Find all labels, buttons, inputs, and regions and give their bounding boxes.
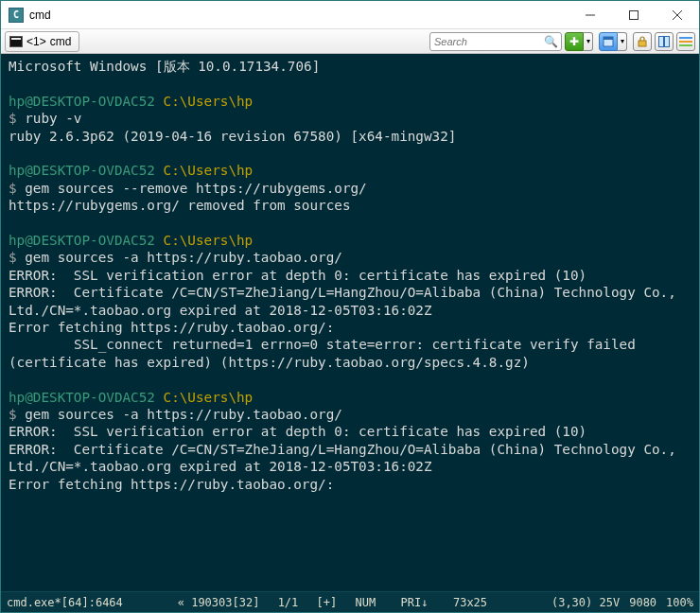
terminal-line: ERROR: SSL verification error at depth 0… <box>9 267 691 284</box>
terminal-line: ERROR: Certificate /C=CN/ST=ZheJiang/L=H… <box>9 441 691 476</box>
terminal-block: hp@DESKTOP-OVDAC52 C:\Users\hp$ gem sour… <box>9 389 691 493</box>
new-console-dropdown[interactable]: ▾ <box>584 32 593 51</box>
new-console-button[interactable]: ✚ <box>565 32 584 51</box>
search-icon[interactable]: 🔍 <box>544 35 557 48</box>
maximize-button[interactable] <box>612 1 656 29</box>
terminal-line: Error fetching https://ruby.taobao.org/: <box>9 476 691 493</box>
svg-rect-6 <box>639 41 646 46</box>
terminal-line: SSL_connect returned=1 errno=0 state=err… <box>9 336 691 371</box>
status-buffer: « 190303[32] <box>178 596 260 609</box>
terminal-block: Microsoft Windows [版本 10.0.17134.706] <box>9 58 691 75</box>
terminal-line: hp@DESKTOP-OVDAC52 C:\Users\hp <box>9 389 691 406</box>
close-button[interactable] <box>656 1 699 29</box>
status-zoom: 100% <box>666 596 693 609</box>
console-tab[interactable]: <1> cmd <box>5 31 79 52</box>
terminal-block: hp@DESKTOP-OVDAC52 C:\Users\hp$ gem sour… <box>9 162 691 214</box>
window: cmd <1> cmd 🔍 ✚ ▾ ▾ <box>0 0 700 613</box>
status-page: 1/1 <box>271 596 305 609</box>
terminal-line: $ gem sources -a https://ruby.taobao.org… <box>9 406 691 423</box>
status-cursor: (3,30) 25V <box>551 596 620 609</box>
tab-index: <1> <box>26 35 46 48</box>
search-input[interactable] <box>434 36 544 47</box>
toolbar: <1> cmd 🔍 ✚ ▾ ▾ <box>1 29 699 54</box>
statusbar: cmd.exe*[64]:6464 « 190303[32] 1/1 [+] N… <box>1 591 699 612</box>
window-mode-button[interactable] <box>599 32 618 51</box>
svg-rect-1 <box>630 10 639 19</box>
window-title: cmd <box>29 9 569 22</box>
svg-rect-5 <box>604 37 613 40</box>
status-numlock: NUM <box>348 596 382 609</box>
lock-button[interactable] <box>633 32 652 51</box>
app-icon <box>9 8 24 23</box>
terminal-line: ruby 2.6.3p62 (2019-04-16 revision 67580… <box>9 128 691 145</box>
terminal-line: $ ruby -v <box>9 110 691 127</box>
terminal-line: hp@DESKTOP-OVDAC52 C:\Users\hp <box>9 162 691 179</box>
status-modified: [+] <box>317 596 338 609</box>
terminal-block: hp@DESKTOP-OVDAC52 C:\Users\hp$ ruby -vr… <box>9 93 691 145</box>
tile-button[interactable] <box>655 32 674 51</box>
terminal-output[interactable]: Microsoft Windows [版本 10.0.17134.706]hp@… <box>1 54 699 591</box>
console-icon <box>9 36 23 47</box>
status-size: 73x25 <box>446 596 487 609</box>
terminal-line: ERROR: SSL verification error at depth 0… <box>9 423 691 440</box>
terminal-line: hp@DESKTOP-OVDAC52 C:\Users\hp <box>9 93 691 110</box>
terminal-line: Microsoft Windows [版本 10.0.17134.706] <box>9 58 691 75</box>
tab-label: cmd <box>50 35 72 48</box>
titlebar: cmd <box>1 1 699 29</box>
minimize-button[interactable] <box>569 1 612 29</box>
terminal-line: https://rubygems.org/ removed from sourc… <box>9 197 691 214</box>
terminal-line: $ gem sources --remove https://rubygems.… <box>9 180 691 197</box>
terminal-line: Error fetching https://ruby.taobao.org/: <box>9 319 691 336</box>
svg-rect-7 <box>659 36 664 46</box>
terminal-line: hp@DESKTOP-OVDAC52 C:\Users\hp <box>9 232 691 249</box>
menu-button[interactable] <box>676 32 695 51</box>
terminal-line: $ gem sources -a https://ruby.taobao.org… <box>9 249 691 266</box>
window-mode-dropdown[interactable]: ▾ <box>618 32 627 51</box>
search-box[interactable]: 🔍 <box>429 32 562 51</box>
status-process: cmd.exe*[64]:6464 <box>7 596 123 609</box>
status-priority: PRI↓ <box>394 596 434 609</box>
status-pid2: 9080 <box>629 596 656 609</box>
terminal-block: hp@DESKTOP-OVDAC52 C:\Users\hp$ gem sour… <box>9 232 691 371</box>
terminal-line: ERROR: Certificate /C=CN/ST=ZheJiang/L=H… <box>9 284 691 319</box>
svg-rect-8 <box>665 36 670 46</box>
